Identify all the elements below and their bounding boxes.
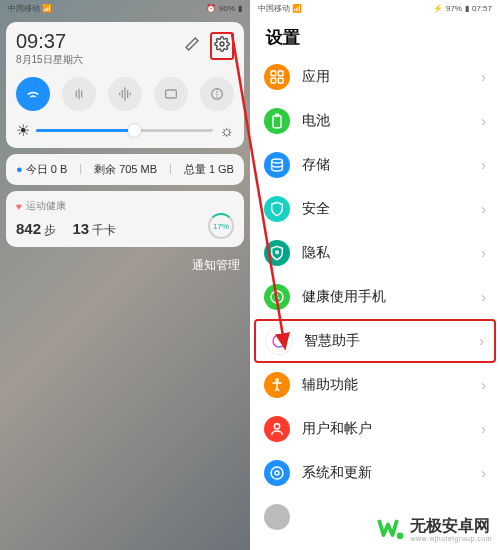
brightness-slider[interactable]: ☀ ☼ [16,121,234,140]
settings-item-label: 辅助功能 [302,376,469,394]
accessibility-icon [264,372,290,398]
svg-point-10 [276,251,279,254]
settings-item-storage[interactable]: 存储› [250,143,500,187]
svg-point-14 [274,424,279,429]
chevron-right-icon: › [479,333,484,349]
settings-item-apps[interactable]: 应用› [250,55,500,99]
settings-icon[interactable] [210,32,234,60]
settings-item-user[interactable]: 用户和帐户› [250,407,500,451]
brightness-high-icon: ☼ [219,122,234,140]
status-bar-left: 中国移动📶 ⏰90%▮ [0,0,250,16]
settings-item-shield[interactable]: 安全› [250,187,500,231]
svg-point-15 [275,471,279,475]
chevron-right-icon: › [481,201,486,217]
settings-list: 应用›电池›存储›安全›隐私›健康使用手机›智慧助手›辅助功能›用户和帐户›系统… [250,55,500,539]
chevron-right-icon: › [481,377,486,393]
svg-point-0 [220,42,224,46]
storage-icon [264,152,290,178]
svg-rect-6 [278,78,283,83]
settings-item-privacy[interactable]: 隐私› [250,231,500,275]
svg-rect-5 [271,78,276,83]
settings-item-accessibility[interactable]: 辅助功能› [250,363,500,407]
page-title: 设置 [250,16,500,55]
system-icon [264,460,290,486]
settings-screen: 中国移动📶 ⚡97%▮07:57 设置 应用›电池›存储›安全›隐私›健康使用手… [250,0,500,550]
settings-item-label: 电池 [302,112,469,130]
svg-point-16 [271,467,283,479]
privacy-icon [264,240,290,266]
notification-panel: 中国移动📶 ⏰90%▮ 09:37 8月15日星期六 [0,0,250,550]
settings-item-label: 用户和帐户 [302,420,469,438]
settings-item-battery[interactable]: 电池› [250,99,500,143]
settings-item-label: 智慧助手 [304,332,467,350]
data-usage-card[interactable]: ● 今日 0 B | 剩余 705 MB | 总量 1 GB [6,154,244,185]
svg-rect-3 [271,71,276,76]
svg-point-18 [397,532,404,539]
svg-point-9 [272,159,283,163]
settings-item-health[interactable]: 健康使用手机› [250,275,500,319]
sound-toggle[interactable] [108,77,142,111]
chevron-right-icon: › [481,245,486,261]
chevron-right-icon: › [481,157,486,173]
progress-ring-icon: 17% [208,213,234,239]
user-icon [264,416,290,442]
shield-icon [264,196,290,222]
svg-rect-4 [278,71,283,76]
clock-time: 09:37 [16,30,83,53]
chevron-right-icon: › [481,465,486,481]
chevron-right-icon: › [481,113,486,129]
svg-rect-1 [166,90,177,98]
brightness-low-icon: ☀ [16,121,30,140]
quick-settings-card: 09:37 8月15日星期六 [6,22,244,148]
apps-icon [264,64,290,90]
settings-item-label: 安全 [302,200,469,218]
watermark-logo-icon [376,514,406,544]
settings-item-system[interactable]: 系统和更新› [250,451,500,495]
svg-point-12 [273,335,285,347]
more-icon [264,504,290,530]
settings-item-label: 存储 [302,156,469,174]
settings-item-label: 系统和更新 [302,464,469,482]
data-toggle[interactable] [62,77,96,111]
settings-item-label: 健康使用手机 [302,288,469,306]
svg-rect-7 [273,116,281,128]
health-icon [264,284,290,310]
wifi-toggle[interactable] [16,77,50,111]
svg-point-13 [276,379,279,382]
status-bar-right: 中国移动📶 ⚡97%▮07:57 [250,0,500,16]
settings-item-assistant[interactable]: 智慧助手› [254,319,496,363]
settings-item-label: 隐私 [302,244,469,262]
assistant-icon [266,328,292,354]
clock-date: 8月15日星期六 [16,53,83,67]
chevron-right-icon: › [481,289,486,305]
eye-comfort-toggle[interactable] [200,77,234,111]
settings-item-label: 应用 [302,68,469,86]
chevron-right-icon: › [481,69,486,85]
screenshot-toggle[interactable] [154,77,188,111]
notification-management-link[interactable]: 通知管理 [0,253,250,278]
chevron-right-icon: › [481,421,486,437]
watermark: 无极安卓网 www.wjhotelgroup.com [376,514,492,544]
battery-icon [264,108,290,134]
health-card[interactable]: ♥运动健康 842 步 13 千卡 17% [6,191,244,247]
edit-icon[interactable] [184,36,200,56]
